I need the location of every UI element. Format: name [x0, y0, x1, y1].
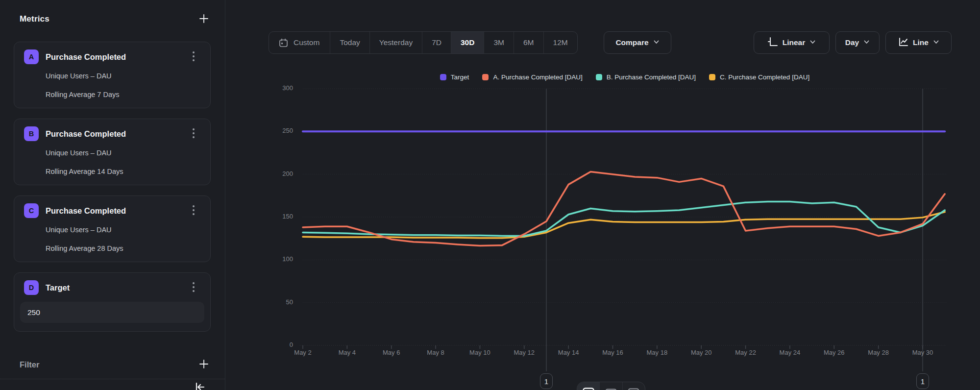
legend-swatch [440, 74, 446, 80]
sidebar: Metrics A Purchase Completed [0, 0, 225, 390]
metric-badge-d: D [24, 280, 39, 295]
layout-full-icon [582, 387, 595, 390]
legend-item[interactable]: B. Purchase Completed [DAU] [596, 73, 696, 81]
legend-label: Target [451, 73, 469, 81]
legend-item[interactable]: C. Purchase Completed [DAU] [709, 73, 809, 81]
legend-label: C. Purchase Completed [DAU] [720, 73, 809, 81]
x-axis-label: May 26 [814, 349, 854, 356]
plus-icon [198, 13, 209, 25]
y-axis-label: 0 [255, 341, 293, 348]
layout-option-full[interactable] [577, 382, 599, 390]
legend-swatch [482, 74, 489, 80]
metric-title: Purchase Completed [46, 206, 126, 216]
x-axis-label: May 30 [903, 349, 942, 356]
metric-measure: Unique Users – DAU [46, 148, 200, 158]
x-axis-label: May 24 [770, 349, 809, 356]
metric-menu-button[interactable] [187, 127, 200, 141]
x-axis-label: May 28 [859, 349, 898, 356]
x-axis-label: May 10 [460, 349, 499, 356]
series-line-a [303, 171, 945, 245]
metric-badge-b: B [24, 126, 39, 141]
chart-layout-toggle [577, 382, 645, 390]
scale-label: Linear [783, 38, 806, 47]
annotation-badge[interactable]: 1 [540, 373, 553, 389]
range-option-label: Custom [294, 38, 319, 47]
metric-badge-a: A [24, 49, 39, 64]
range-option-label: 30D [461, 38, 474, 47]
metric-transform: Rolling Average 7 Days [46, 90, 200, 99]
layout-option-table[interactable] [622, 382, 645, 390]
target-title: Target [46, 283, 70, 292]
metric-measure: Unique Users – DAU [46, 71, 200, 81]
metric-card-c[interactable]: C Purchase Completed Unique Users – DAU … [14, 195, 211, 262]
granularity-select-button[interactable]: Day [835, 31, 880, 54]
x-axis-label: May 18 [637, 349, 677, 356]
metric-menu-button[interactable] [187, 50, 200, 64]
range-option-3m[interactable]: 3M [484, 32, 514, 53]
metric-card-b[interactable]: B Purchase Completed Unique Users – DAU … [14, 119, 211, 185]
legend-item[interactable]: Target [440, 73, 469, 81]
sidebar-header: Metrics [14, 11, 211, 27]
range-option-6m[interactable]: 6M [514, 32, 543, 53]
collapse-sidebar-button[interactable] [193, 380, 207, 390]
add-metric-button[interactable] [197, 12, 211, 26]
range-option-yesterday[interactable]: Yesterday [369, 32, 422, 53]
linear-axis-icon [767, 36, 778, 49]
metric-menu-button[interactable] [187, 204, 200, 218]
chart-legend: TargetA. Purchase Completed [DAU]B. Purc… [303, 72, 947, 82]
range-option-today[interactable]: Today [330, 32, 369, 53]
compare-button[interactable]: Compare [604, 31, 671, 54]
range-option-7d[interactable]: 7D [422, 32, 451, 53]
y-axis-label: 250 [255, 127, 293, 134]
metric-card-list: A Purchase Completed Unique Users – DAU … [14, 42, 211, 332]
layout-option-split[interactable] [599, 382, 622, 390]
kebab-icon [192, 127, 195, 141]
chart-type-label: Line [913, 38, 929, 47]
chevron-down-icon [653, 38, 660, 47]
legend-swatch [709, 74, 715, 80]
layout-split-icon [605, 387, 617, 390]
x-axis-label: May 4 [327, 349, 367, 356]
x-axis-label: May 12 [505, 349, 544, 356]
legend-item[interactable]: A. Purchase Completed [DAU] [482, 73, 582, 81]
sidebar-footer-divider [0, 379, 225, 379]
range-option-custom[interactable]: Custom [269, 32, 330, 53]
kebab-icon [192, 204, 195, 218]
filter-section-header: Filter [14, 358, 211, 371]
line-chart-icon [898, 36, 908, 49]
range-option-label: 7D [432, 38, 441, 47]
target-menu-button[interactable] [187, 281, 200, 294]
metric-measure: Unique Users – DAU [46, 225, 200, 235]
time-range-control: CustomTodayYesterday7D30D3M6M12M [269, 31, 578, 54]
calendar-icon [279, 38, 288, 48]
range-option-label: Today [340, 38, 360, 47]
legend-label: A. Purchase Completed [DAU] [493, 73, 582, 81]
chevron-down-icon [809, 38, 816, 47]
y-axis-label: 100 [255, 255, 293, 263]
filter-section-title: Filter [20, 360, 39, 369]
add-filter-button[interactable] [197, 358, 211, 371]
chart-type-select-button[interactable]: Line [885, 31, 952, 54]
collapse-panel-icon [193, 388, 207, 390]
metric-title: Purchase Completed [46, 52, 126, 62]
metric-card-a[interactable]: A Purchase Completed Unique Users – DAU … [14, 42, 211, 108]
scale-select-button[interactable]: Linear [754, 31, 830, 54]
target-value-input[interactable] [20, 302, 204, 323]
range-option-12m[interactable]: 12M [543, 32, 577, 53]
metric-badge-c: C [24, 203, 39, 218]
chevron-down-icon [863, 38, 870, 47]
kebab-icon [192, 50, 195, 64]
compare-label: Compare [615, 38, 648, 47]
metric-transform: Rolling Average 28 Days [46, 244, 200, 253]
x-axis-label: May 8 [416, 349, 455, 356]
range-option-label: Yesterday [379, 38, 413, 47]
y-axis-label: 300 [255, 84, 293, 92]
range-option-30d[interactable]: 30D [451, 32, 484, 53]
target-card[interactable]: D Target [14, 272, 211, 332]
metric-title: Purchase Completed [46, 129, 126, 139]
legend-swatch [596, 74, 602, 80]
x-axis-label: May 16 [593, 349, 633, 356]
series-line-c [303, 212, 945, 238]
granularity-label: Day [845, 38, 859, 47]
annotation-badge[interactable]: 1 [916, 373, 929, 389]
